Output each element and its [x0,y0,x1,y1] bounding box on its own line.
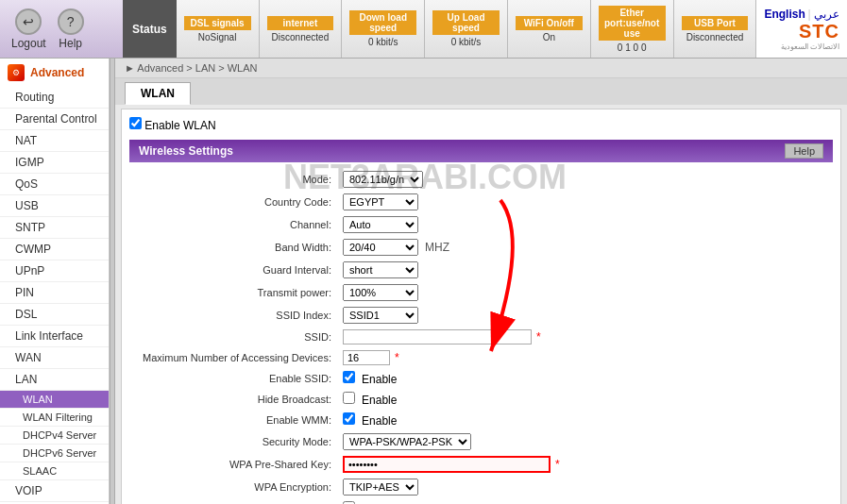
sidebar-item-dsl[interactable]: DSL [0,304,109,326]
hide-broadcast-label: Hide Broadcast: [129,389,337,410]
wpa-key-row: WPA Pre-Shared Key: * [129,453,833,476]
stc-logo: STC [799,21,839,42]
sidebar-item-wlan[interactable]: WLAN [0,391,109,409]
hide-broadcast-text: Enable [362,394,397,407]
logo-area: English | عربي STC الاتصالات السعودية [756,0,847,58]
sidebar-advanced-header[interactable]: ⚙ Advanced [0,59,109,87]
stc-subtitle: الاتصالات السعودية [781,42,839,51]
mode-select[interactable]: 802.11b/g/n [343,171,423,188]
channel-value: Auto [337,213,833,236]
enable-wmm-label: Enable WMM: [129,410,337,430]
status-tab-ether-header: Ether port:use/not use [599,6,666,41]
english-link[interactable]: English [764,8,805,21]
ssid-value: * [337,327,833,347]
status-tab-internet: internet Disconnected [260,0,343,58]
guard-interval-row: Guard Interval: short [129,259,833,281]
status-tab-internet-value: Disconnected [272,32,330,42]
enable-wmm-checkbox[interactable] [343,412,355,425]
ssid-index-row: SSID Index: SSID1 [129,304,833,327]
wireless-help-button[interactable]: Help [785,143,823,159]
status-tab-dsl-value: NoSignal [198,32,237,42]
guard-interval-select[interactable]: short [343,261,418,278]
enable-wps-row: Enable WPS: Enable [129,498,833,504]
enable-wps-value: Enable [337,498,833,504]
transmit-power-row: Transmit power: 100% [129,281,833,304]
status-tab-usb-value: Disconnected [686,32,744,42]
security-mode-label: Security Mode: [129,430,337,453]
sidebar-item-parental-control[interactable]: Parental Control [0,109,109,130]
wpa-encryption-select[interactable]: TKIP+AES [343,479,418,496]
hide-broadcast-checkbox[interactable] [343,392,355,404]
mhz-label: MHZ [425,241,449,254]
max-devices-input[interactable] [343,350,390,365]
status-tab-usb: USB Port Disconnected [674,0,757,58]
help-label: Help [59,37,82,50]
enable-wmm-value: Enable [337,410,833,430]
ssid-index-select[interactable]: SSID1 [343,307,418,324]
band-width-select[interactable]: 20/40 [343,239,418,256]
status-tab-upload-header: Up Load speed [432,10,500,35]
logout-button[interactable]: ↩ Logout [11,8,46,50]
enable-ssid-value: Enable [337,368,833,389]
mode-row: Mode: 802.11b/g/n [129,168,833,191]
wpa-key-input[interactable] [343,456,551,473]
security-mode-select[interactable]: WPA-PSK/WPA2-PSK [343,433,471,450]
transmit-power-select[interactable]: 100% [343,284,418,301]
sidebar-item-wan[interactable]: WAN [0,347,109,369]
logout-icon: ↩ [15,8,42,35]
sidebar-item-voip[interactable]: VOIP [0,480,109,502]
status-tab-dsl: DSL signals NoSignal [177,0,260,58]
help-button[interactable]: ? Help [58,8,84,50]
wpa-encryption-label: WPA Encryption: [129,476,337,498]
sidebar-item-pin[interactable]: PIN [0,282,109,304]
ssid-input[interactable] [343,329,532,344]
mode-label: Mode: [129,168,337,191]
guard-interval-value: short [337,259,833,281]
status-tab-wifi-header: WiFi On/off [516,16,583,30]
sidebar-item-routing[interactable]: Routing [0,87,109,109]
breadcrumb: ► Advanced > LAN > WLAN [115,59,847,78]
help-icon: ? [58,8,84,35]
status-tab-download-value: 0 kbit/s [368,37,398,47]
enable-ssid-text: Enable [362,373,397,386]
sidebar-item-slaac[interactable]: SLAAC [0,462,109,480]
sidebar-advanced-label: Advanced [30,66,84,79]
sidebar-item-dhcpv6[interactable]: DHCPv6 Server [0,445,109,462]
sidebar-item-igmp[interactable]: IGMP [0,152,109,174]
sidebar-item-sntp[interactable]: SNTP [0,217,109,239]
arabic-link[interactable]: عربي [814,8,839,21]
enable-wlan-label: Enable WLAN [144,119,215,132]
channel-select[interactable]: Auto [343,216,418,233]
channel-label: Channel: [129,213,337,236]
enable-ssid-checkbox[interactable] [343,371,355,383]
country-code-select[interactable]: EGYPT [343,193,418,210]
status-tab-upload-value: 0 kbit/s [451,37,482,47]
sidebar-item-nat[interactable]: NAT [0,130,109,152]
sidebar-item-upnp[interactable]: UPnP [0,260,109,282]
enable-wmm-row: Enable WMM: Enable [129,410,833,430]
status-tab-ether: Ether port:use/not use 0 1 0 0 [591,0,674,58]
band-width-value: 20/40 MHZ [337,236,833,259]
channel-row: Channel: Auto [129,213,833,236]
wpa-encryption-value: TKIP+AES [337,476,833,498]
sidebar-item-wlan-filtering[interactable]: WLAN Filtering [0,409,109,427]
ssid-index-label: SSID Index: [129,304,337,327]
guard-interval-label: Guard Interval: [129,259,337,281]
sidebar-item-qos[interactable]: QoS [0,174,109,195]
sidebar-item-cwmp[interactable]: CWMP [0,239,109,260]
tab-wlan[interactable]: WLAN [125,82,191,105]
mode-value: 802.11b/g/n [337,168,833,191]
sidebar-item-usb[interactable]: USB [0,195,109,217]
enable-ssid-row: Enable SSID: Enable [129,368,833,389]
band-width-label: Band Width: [129,236,337,259]
enable-wlan-row: Enable WLAN [129,117,833,132]
status-label: Status [123,0,177,58]
ssid-row: SSID: * [129,327,833,347]
sidebar-item-link-interface[interactable]: Link Interface [0,326,109,347]
sidebar-item-dhcpv4[interactable]: DHCPv4 Server [0,427,109,445]
country-code-value: EGYPT [337,191,833,213]
ssid-label: SSID: [129,327,337,347]
enable-wmm-text: Enable [362,414,397,428]
sidebar-item-lan[interactable]: LAN [0,369,109,391]
enable-wlan-checkbox[interactable] [129,117,142,129]
